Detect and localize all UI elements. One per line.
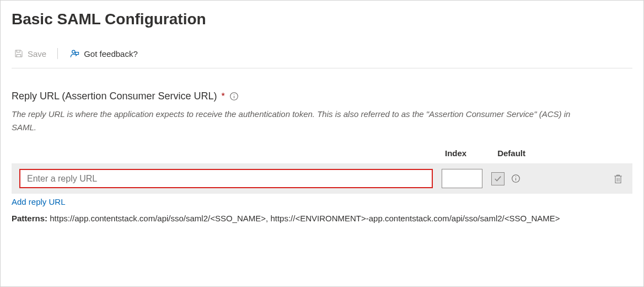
toolbar: Save Got feedback? [12, 47, 632, 68]
delete-button[interactable] [611, 172, 625, 186]
svg-point-0 [72, 50, 75, 53]
save-button-label: Save [28, 49, 46, 59]
add-reply-url-link[interactable]: Add reply URL [12, 197, 66, 206]
feedback-icon [69, 48, 80, 59]
toolbar-divider [57, 48, 58, 59]
patterns-row: Patterns: https://app.contentstack.com/a… [12, 212, 596, 225]
default-checkbox[interactable] [491, 172, 505, 185]
page-title: Basic SAML Configuration [12, 10, 632, 28]
patterns-value: https://app.contentstack.com/api/sso/sam… [50, 214, 560, 223]
input-row [12, 163, 632, 194]
field-description: The reply URL is where the application e… [12, 108, 596, 134]
default-info-icon[interactable] [511, 174, 520, 183]
reply-url-label: Reply URL (Assertion Consumer Service UR… [12, 91, 217, 102]
save-button[interactable]: Save [12, 47, 49, 60]
default-container [491, 172, 520, 185]
save-icon [14, 49, 24, 59]
required-asterisk: * [221, 92, 224, 102]
info-icon[interactable] [229, 92, 239, 101]
field-label-row: Reply URL (Assertion Consumer Service UR… [12, 91, 632, 102]
feedback-button[interactable]: Got feedback? [67, 47, 140, 60]
patterns-label: Patterns: [12, 214, 47, 223]
svg-point-6 [516, 176, 516, 177]
reply-url-input[interactable] [19, 169, 433, 188]
check-icon [494, 175, 502, 183]
feedback-button-label: Got feedback? [84, 49, 138, 59]
trash-icon [613, 173, 624, 185]
column-header-index: Index [445, 148, 466, 158]
column-header-default: Default [497, 148, 525, 158]
table-header-row: Index Default [12, 148, 632, 158]
svg-point-3 [234, 94, 234, 94]
index-input[interactable] [442, 169, 482, 188]
